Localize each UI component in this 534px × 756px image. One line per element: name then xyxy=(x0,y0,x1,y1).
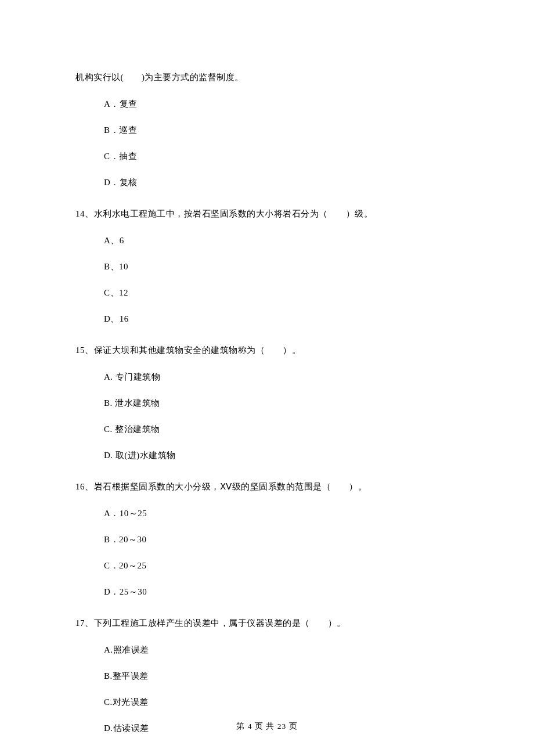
question-15-option-a: A. 专门建筑物 xyxy=(104,368,459,386)
question-16-option-b: B．20～30 xyxy=(104,531,459,548)
question-17-stem: 17、下列工程施工放样产生的误差中，属于仪器误差的是（ ）。 xyxy=(75,614,459,632)
question-14-option-a: A、6 xyxy=(104,232,459,249)
question-15-options: A. 专门建筑物 B. 泄水建筑物 C. 整治建筑物 D. 取(进)水建筑物 xyxy=(75,368,459,464)
question-15-option-c: C. 整治建筑物 xyxy=(104,420,459,438)
question-13-option-b: B．巡查 xyxy=(104,121,459,139)
question-17-option-c: C.对光误差 xyxy=(104,693,459,711)
question-14-option-d: D、16 xyxy=(104,310,459,327)
question-15-option-d: D. 取(进)水建筑物 xyxy=(104,447,459,464)
question-16-option-a: A．10～25 xyxy=(104,505,459,522)
question-13-option-a: A．复查 xyxy=(104,95,459,113)
page-content: 机构实行以( )为主要方式的监督制度。 A．复查 B．巡查 C．抽查 D．复核 … xyxy=(0,0,534,737)
question-14-stem: 14、水利水电工程施工中，按岩石坚固系数的大小将岩石分为（ ）级。 xyxy=(75,205,459,222)
question-16-options: A．10～25 B．20～30 C．20～25 D．25～30 xyxy=(75,505,459,600)
question-17-option-a: A.照准误差 xyxy=(104,641,459,658)
question-16-option-c: C．20～25 xyxy=(104,557,459,574)
question-15-option-b: B. 泄水建筑物 xyxy=(104,394,459,412)
page-footer: 第 4 页 共 23 页 xyxy=(0,721,534,732)
question-14-options: A、6 B、10 C、12 D、16 xyxy=(75,232,459,327)
question-13-option-d: D．复核 xyxy=(104,174,459,191)
question-14-option-b: B、10 xyxy=(104,258,459,275)
question-13-option-c: C．抽查 xyxy=(104,147,459,165)
question-13-options: A．复查 B．巡查 C．抽查 D．复核 xyxy=(75,95,459,191)
question-15-stem: 15、保证大坝和其他建筑物安全的建筑物称为（ ）。 xyxy=(75,341,459,359)
question-14-option-c: C、12 xyxy=(104,284,459,301)
question-16-option-d: D．25～30 xyxy=(104,583,459,600)
question-17-option-b: B.整平误差 xyxy=(104,667,459,685)
question-13-stem-continuation: 机构实行以( )为主要方式的监督制度。 xyxy=(75,69,459,86)
question-16-stem: 16、岩石根据坚固系数的大小分级，ⅩⅤ级的坚固系数的范围是（ ）。 xyxy=(75,478,459,495)
